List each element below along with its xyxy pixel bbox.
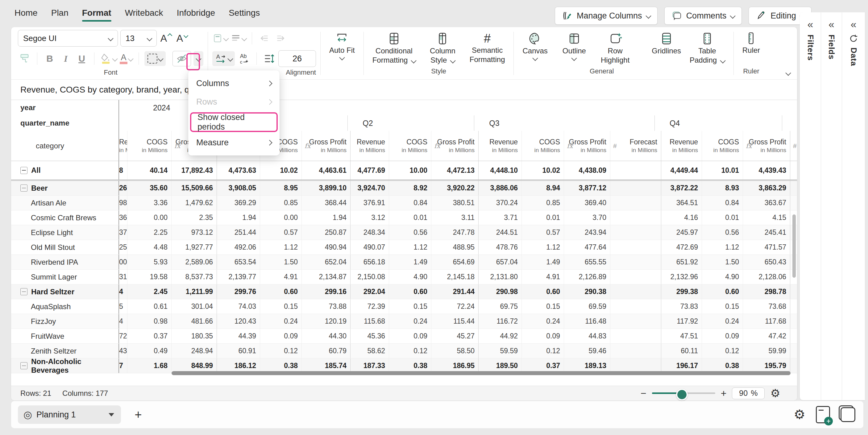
expand-panel-data-button[interactable]: « [851,18,857,30]
measure-name: COGS [277,138,298,146]
measure-header-revenue[interactable]: Revenuein Millions [661,131,702,161]
cell: 0.56 [389,225,431,240]
side-panel-data-label[interactable]: Data [849,48,859,66]
menu-infobridge[interactable]: Infobridge [177,8,215,22]
cell [610,299,661,314]
measure-header--[interactable]: # [790,131,797,161]
refresh-icon[interactable] [849,30,858,43]
expand-panel-filters-button[interactable]: « [808,18,813,30]
add-sheet-button[interactable]: + [130,407,146,423]
zoom-settings-gear-icon[interactable]: ⚙ [770,388,780,399]
zoom-slider-thumb[interactable] [676,389,688,400]
cell: 369.40 [564,195,610,210]
conditional-formatting-button[interactable]: ConditionalFormatting [368,30,420,65]
menu-item-columns[interactable]: Columns [188,74,280,93]
border-style-button[interactable] [145,51,166,66]
copy-sheets-icon[interactable] [840,407,855,422]
decrease-font-button[interactable]: A [175,31,189,46]
wrap-text-button[interactable]: Abc [237,51,251,66]
hide-values-menu-button[interactable] [193,51,203,66]
cell: 1.49 [389,255,431,269]
text-direction-button[interactable]: A [212,51,235,66]
row-height-button[interactable] [262,51,276,66]
quarter-header[interactable] [782,115,797,131]
fill-color-button[interactable] [100,51,117,66]
measure-header-gross-profit[interactable]: fxGross Profitin Millions [564,131,610,161]
vertical-scrollbar[interactable] [793,214,796,278]
ribbon-collapse-button[interactable] [786,71,790,76]
outline-button[interactable]: Outline [558,30,590,60]
settings-gear-icon[interactable]: ⚙ [794,409,805,420]
collapse-icon[interactable] [20,362,28,369]
add-document-icon[interactable] [816,406,830,423]
format-painter-button[interactable] [18,51,31,66]
zoom-percent-input[interactable]: 90 % [732,387,765,399]
zoom-in-button[interactable]: + [721,387,727,400]
increase-indent-button[interactable] [274,31,287,46]
quarter-header-q3[interactable]: Q3 [474,115,654,131]
quarter-header-q4[interactable]: Q4 [654,115,782,131]
button-manage-columns[interactable]: Manage Columns [555,7,657,25]
menu-home[interactable]: Home [14,8,38,22]
measure-header-revenue[interactable]: Revenuein Millions [350,131,389,161]
sheet-tab[interactable]: ◎ Planning 1 [18,405,121,424]
collapse-icon[interactable] [20,185,28,192]
measure-header-gross-profit[interactable]: fxGross Profitin Millions [431,131,478,161]
horizontal-align-button[interactable] [230,31,246,46]
cell: 0.12 [260,344,302,358]
increase-font-button[interactable]: A [159,31,173,46]
collapse-icon[interactable] [20,167,28,174]
measure-header-forecast[interactable]: #Forecastin Millions [610,131,661,161]
cell: 47.42 [743,329,790,343]
row-height-input[interactable] [278,50,316,67]
row-highlight-button[interactable]: RowHighlight [596,30,634,65]
underline-button[interactable]: U [75,51,89,66]
measure-header-cogs[interactable]: COGSin Millions [522,131,564,161]
button-comments[interactable]: Comments [664,7,742,25]
hide-values-button[interactable] [173,51,191,66]
collapse-icon[interactable] [20,288,28,295]
row-label-cell: Artisan Ale [11,195,119,210]
expand-panel-fields-button[interactable]: « [829,18,834,30]
menu-settings[interactable]: Settings [229,8,260,22]
cell: 248.34 [350,225,389,240]
font-family-select[interactable]: Segoe UI [18,30,118,46]
row-label-cell: Hard Seltzer [11,284,119,299]
font-color-button[interactable]: A [119,51,133,66]
font-size-select[interactable]: 13 [120,30,157,46]
side-panel-filters-label[interactable]: Filters [806,35,815,61]
cell: 290.98 [478,284,522,299]
cell: 3.12 [350,210,389,225]
measure-header-cogs[interactable]: COGSin Millions [389,131,431,161]
menu-plan[interactable]: Plan [51,8,68,22]
measure-header-gross-profit[interactable]: fxGross Profitin Millions [302,131,350,161]
gridlines-button[interactable]: Gridlines [647,30,685,56]
zoom-slider[interactable] [652,393,715,394]
column-style-button[interactable]: ColumnStyle [426,30,460,65]
quarter-header-q2[interactable]: Q2 [347,115,474,131]
measure-header-revenue[interactable]: Revenuein Millions [478,131,522,161]
italic-button[interactable]: I [59,51,72,66]
decrease-indent-button[interactable] [258,31,271,46]
menu-format[interactable]: Format [82,8,112,22]
vertical-align-button[interactable] [212,31,228,46]
canvas-button[interactable]: Canvas [518,30,552,60]
menu-item-measure[interactable]: Measure [188,133,280,152]
side-panel-data: «Data [842,12,865,400]
zoom-out-button[interactable]: − [641,387,646,400]
measure-header-cogs[interactable]: COGSin Millions [702,131,743,161]
cell: 245.41 [743,225,790,240]
horizontal-scrollbar[interactable] [172,371,790,375]
measure-header-gross-profit[interactable]: fxGross Profitin Millions [743,131,790,161]
semantic-formatting-button[interactable]: # SemanticFormatting [465,30,509,64]
ruler-button[interactable]: Ruler [738,30,764,55]
measure-header-revenue[interactable]: Revenuein Millions [119,131,127,161]
auto-fit-button[interactable]: Auto Fit [325,30,359,79]
menu-writeback[interactable]: Writeback [125,8,163,22]
bold-button[interactable]: B [43,51,57,66]
table-padding-button[interactable]: TablePadding [685,30,729,79]
side-panel-fields-label[interactable]: Fields [827,35,836,60]
menu-item-show-closed-periods[interactable]: Show closed periods [190,112,278,132]
measure-header-cogs[interactable]: COGSin Millions [127,131,171,161]
cell: 2.45 [127,284,171,299]
